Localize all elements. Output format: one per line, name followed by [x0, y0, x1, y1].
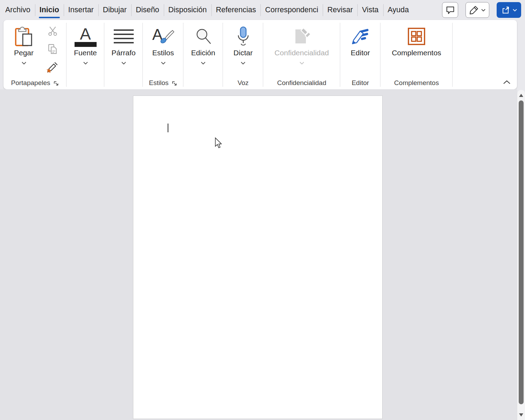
- document-page[interactable]: [133, 96, 383, 419]
- chevron-down-icon: [300, 60, 304, 66]
- confidencialidad-button[interactable]: Confidencialidad: [263, 20, 340, 66]
- group-label-complementos: Complementos: [394, 79, 439, 87]
- dialog-launcher-icon[interactable]: [172, 81, 177, 86]
- chevron-down-icon: [83, 60, 88, 66]
- ribbon-filler: [453, 20, 517, 89]
- edicion-label: Edición: [191, 49, 215, 57]
- ribbon: Pegar: [4, 20, 517, 89]
- chevron-up-icon: [503, 80, 511, 84]
- tab-insertar[interactable]: Insertar: [64, 3, 98, 17]
- tab-disposicion[interactable]: Disposición: [164, 3, 211, 17]
- dictar-label: Dictar: [233, 49, 253, 57]
- tab-archivo[interactable]: Archivo: [1, 3, 35, 17]
- chevron-down-icon: [121, 60, 126, 66]
- group-label-portapapeles: Portapapeles: [11, 79, 50, 87]
- group-label-estilos: Estilos: [149, 79, 169, 87]
- sensitivity-icon: [293, 27, 311, 46]
- estilos-label: Estilos: [152, 49, 174, 57]
- text-caret: [168, 124, 168, 132]
- search-icon: [195, 28, 212, 45]
- format-painter-icon: [46, 61, 59, 74]
- chevron-down-icon: [22, 60, 26, 66]
- edicion-button[interactable]: Edición: [183, 20, 223, 66]
- ribbon-group-complementos: Complementos Complementos: [380, 20, 453, 89]
- scrollbar-thumb[interactable]: [519, 100, 524, 404]
- copy-icon: [47, 43, 58, 55]
- ribbon-group-voz: Dictar Voz: [223, 20, 263, 89]
- ribbon-group-estilos: A Estilos Estilos: [143, 20, 183, 89]
- parrafo-button[interactable]: Párrafo: [104, 20, 143, 66]
- cut-button[interactable]: [45, 24, 60, 38]
- dialog-launcher-icon[interactable]: [54, 81, 59, 86]
- tab-diseno[interactable]: Diseño: [131, 3, 164, 17]
- chevron-down-icon: [201, 60, 205, 66]
- chevron-down-icon: [241, 60, 245, 66]
- paste-button[interactable]: Pegar: [6, 20, 41, 66]
- ribbon-group-fuente: A Fuente: [66, 20, 104, 89]
- paragraph-icon: [114, 29, 134, 43]
- cut-icon: [47, 26, 58, 36]
- tab-correspondencia[interactable]: Correspondenci: [260, 3, 323, 17]
- chevron-down-icon: [513, 9, 517, 12]
- ribbon-group-confidencialidad: Confidencialidad Confidencialidad: [263, 20, 340, 89]
- ribbon-group-portapapeles: Pegar: [4, 20, 66, 89]
- group-label-editor: Editor: [352, 79, 369, 87]
- draw-ink-button[interactable]: [465, 2, 489, 18]
- chevron-down-icon: [161, 60, 166, 66]
- share-icon: [501, 6, 510, 14]
- vertical-scrollbar: [517, 90, 525, 420]
- tab-dibujar[interactable]: Dibujar: [98, 3, 131, 17]
- share-button[interactable]: [497, 2, 521, 18]
- parrafo-label: Párrafo: [112, 49, 136, 57]
- ribbon-group-parrafo: Párrafo: [104, 20, 143, 89]
- ribbon-tab-bar: Archivo Inicio Insertar Dibujar Diseño D…: [0, 0, 525, 20]
- styles-icon: A: [152, 26, 174, 47]
- editor-button[interactable]: Editor: [340, 20, 380, 57]
- group-label-voz: Voz: [238, 79, 249, 87]
- fuente-label: Fuente: [74, 49, 97, 57]
- tab-ayuda[interactable]: Ayuda: [383, 3, 414, 17]
- dictar-button[interactable]: Dictar: [223, 20, 263, 66]
- ribbon-group-editor: Editor Editor: [340, 20, 380, 89]
- fuente-button[interactable]: A Fuente: [66, 20, 104, 66]
- editor-label: Editor: [351, 49, 370, 57]
- paste-icon: [14, 24, 33, 48]
- estilos-button[interactable]: A Estilos: [143, 20, 183, 66]
- complementos-label: Complementos: [392, 49, 441, 57]
- paste-label: Pegar: [14, 49, 34, 57]
- topbar-actions: [442, 2, 521, 18]
- scroll-down-arrow[interactable]: [519, 413, 523, 416]
- tab-referencias[interactable]: Referencias: [211, 3, 261, 17]
- microphone-icon: [236, 26, 250, 47]
- chevron-down-icon: [481, 9, 485, 12]
- ribbon-group-edicion: Edición: [183, 20, 223, 89]
- collapse-ribbon-button[interactable]: [503, 79, 511, 86]
- scroll-up-arrow[interactable]: [519, 94, 523, 97]
- format-painter-button[interactable]: [45, 60, 60, 74]
- complementos-button[interactable]: Complementos: [380, 20, 453, 57]
- ink-pen-icon: [469, 5, 479, 15]
- add-ins-grid-icon: [407, 27, 426, 46]
- font-icon: A: [75, 26, 97, 47]
- comments-button[interactable]: [442, 2, 458, 18]
- comment-icon: [446, 5, 455, 15]
- copy-button[interactable]: [45, 42, 60, 56]
- confidencialidad-label: Confidencialidad: [274, 49, 329, 57]
- tab-vista[interactable]: Vista: [357, 3, 383, 17]
- tab-revisar[interactable]: Revisar: [323, 3, 357, 17]
- group-label-confidencialidad: Confidencialidad: [277, 79, 327, 87]
- editor-pen-icon: [350, 28, 371, 45]
- tab-inicio[interactable]: Inicio: [35, 3, 64, 17]
